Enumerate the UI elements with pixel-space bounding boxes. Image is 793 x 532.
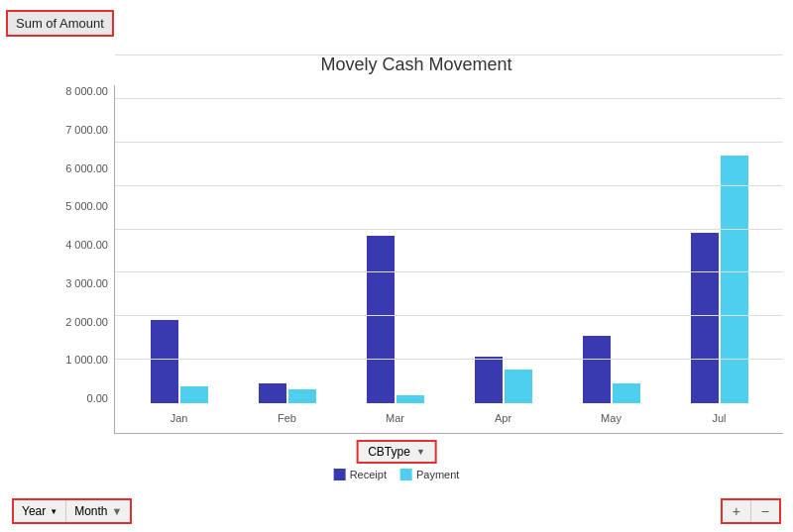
bar-receipt — [583, 336, 611, 403]
cbtype-button[interactable]: CBType ▼ — [356, 440, 437, 464]
bar-payment — [613, 383, 640, 403]
bar-group — [259, 383, 316, 403]
y-axis-label: 2 000.00 — [65, 316, 108, 328]
bar-receipt — [691, 233, 719, 403]
y-axis-label: 3 000.00 — [65, 277, 108, 289]
legend: Receipt Payment — [334, 469, 460, 480]
bars-pair — [151, 320, 208, 403]
y-axis-label: 6 000.00 — [65, 162, 108, 174]
y-axis: 8 000.007 000.006 000.005 000.004 000.00… — [50, 85, 114, 434]
chart-body: 8 000.007 000.006 000.005 000.004 000.00… — [50, 85, 783, 434]
bar-receipt — [367, 236, 395, 403]
x-labels: JanFebMarAprMayJul — [115, 403, 783, 433]
y-axis-label: 4 000.00 — [65, 239, 108, 251]
bar-receipt — [259, 383, 286, 403]
y-axis-label: 5 000.00 — [65, 200, 108, 212]
bar-group — [151, 320, 208, 403]
chart-title: Movely Cash Movement — [50, 54, 783, 75]
x-axis-label: Mar — [366, 412, 425, 424]
cbtype-area: CBType ▼ Receipt Payment — [334, 440, 460, 480]
bar-payment — [721, 156, 748, 403]
grid-line — [115, 229, 783, 230]
bars-pair — [259, 383, 316, 403]
year-filter-button[interactable]: Year ▼ — [14, 500, 66, 522]
month-filter-button[interactable]: Month ▼ — [66, 500, 130, 522]
y-axis-label: 7 000.00 — [65, 124, 108, 136]
bar-group — [691, 156, 748, 403]
bars-container — [115, 85, 783, 403]
grid-line — [115, 315, 783, 316]
legend-receipt-label: Receipt — [350, 469, 387, 480]
year-filter-arrow: ▼ — [50, 507, 57, 516]
sum-of-amount-label: Sum of Amount — [6, 10, 114, 37]
zoom-group: + − — [721, 498, 781, 524]
grid-line — [115, 359, 783, 360]
bars-pair — [691, 156, 748, 403]
zoom-in-button[interactable]: + — [723, 500, 751, 522]
bottom-bar: Year ▼ Month ▼ + − — [0, 498, 793, 524]
x-axis-label: May — [582, 412, 641, 424]
legend-receipt-color — [334, 469, 346, 480]
y-axis-label: 1 000.00 — [65, 354, 108, 366]
filter-group: Year ▼ Month ▼ — [12, 498, 132, 524]
bar-payment — [396, 395, 424, 403]
cbtype-arrow: ▼ — [416, 447, 425, 457]
bar-group — [475, 357, 532, 403]
y-axis-label: 8 000.00 — [65, 85, 108, 97]
legend-receipt: Receipt — [334, 469, 387, 480]
grid-line — [115, 98, 783, 99]
zoom-out-button[interactable]: − — [751, 500, 779, 522]
chart-area: Movely Cash Movement 8 000.007 000.006 0… — [50, 54, 783, 433]
legend-payment-color — [400, 469, 412, 480]
bars-pair — [475, 357, 532, 403]
x-axis-label: Jul — [690, 412, 749, 424]
y-axis-label: 0.00 — [87, 392, 108, 404]
bar-receipt — [151, 320, 178, 403]
x-axis-label: Jan — [150, 412, 209, 424]
year-filter-label: Year — [22, 504, 46, 518]
legend-payment: Payment — [400, 469, 459, 480]
month-filter-label: Month — [74, 504, 107, 518]
x-axis-label: Feb — [258, 412, 317, 424]
bars-pair — [583, 336, 640, 403]
grid-line — [115, 271, 783, 272]
grid-line — [115, 142, 783, 143]
bar-payment — [288, 389, 316, 403]
grid-line — [115, 185, 783, 186]
x-axis-label: Apr — [474, 412, 533, 424]
bar-payment — [180, 386, 208, 403]
bars-pair — [367, 236, 424, 403]
legend-payment-label: Payment — [416, 469, 459, 480]
chart-inner: JanFebMarAprMayJul — [114, 85, 783, 434]
grid-line — [115, 54, 783, 55]
month-filter-funnel: ▼ — [112, 505, 123, 517]
bar-group — [367, 236, 424, 403]
bar-payment — [505, 370, 532, 403]
bar-receipt — [475, 357, 503, 403]
bar-group — [583, 336, 640, 403]
cbtype-label: CBType — [368, 445, 410, 459]
